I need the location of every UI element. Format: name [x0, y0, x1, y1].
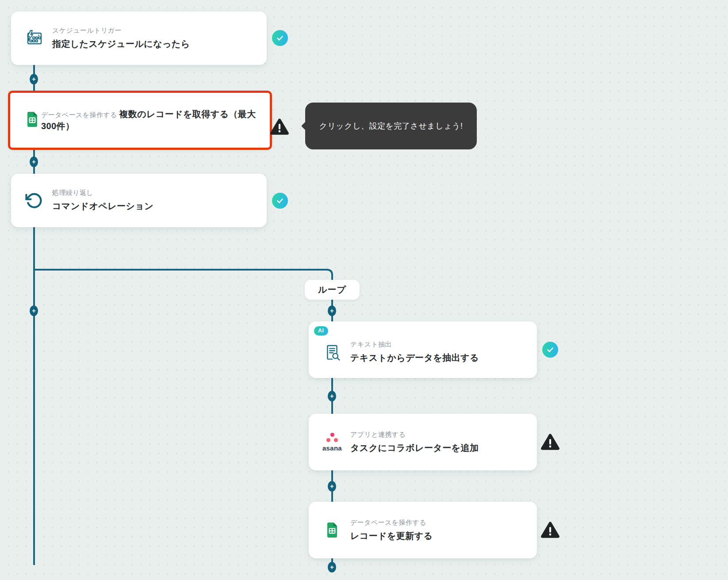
node-label: アプリと連携する: [350, 431, 479, 439]
node-title: コマンドオペレーション: [52, 200, 153, 212]
tooltip-text: クリックし、設定を完了させましょう!: [319, 121, 463, 131]
add-step-button[interactable]: +: [328, 305, 336, 316]
plus-icon: +: [330, 307, 334, 314]
node-label: テキスト抽出: [350, 340, 479, 349]
schedule-calendar-lightning-icon: [23, 30, 45, 47]
node-label: 処理繰り返し: [52, 189, 153, 197]
add-step-button[interactable]: +: [30, 305, 38, 316]
plus-icon: +: [32, 158, 36, 165]
add-step-button[interactable]: +: [328, 562, 336, 572]
node-label: データベースを操作する: [350, 519, 433, 527]
status-warning-icon: [270, 118, 289, 136]
node-title: レコードを更新する: [350, 530, 433, 542]
status-warning-icon: [540, 433, 560, 451]
plus-icon: +: [32, 76, 36, 82]
node-label: スケジュールトリガー: [52, 27, 190, 35]
ai-badge-text: AI: [318, 328, 324, 334]
connector-lines: [0, 0, 728, 580]
asana-icon: asana: [322, 433, 343, 452]
workflow-canvas[interactable]: スケジュールトリガー 指定したスケジュールになったら + データベースを操作する…: [0, 0, 728, 580]
plus-icon: +: [330, 393, 334, 399]
google-sheets-icon: [23, 111, 41, 130]
plus-icon: +: [330, 483, 334, 489]
google-sheets-icon: [322, 521, 343, 539]
repeat-icon: [23, 192, 45, 210]
node-card-get-records-highlighted[interactable]: データベースを操作する 複数のレコードを取得する（最大300件）: [8, 91, 272, 150]
plus-icon: +: [32, 307, 36, 314]
loop-branch-text: ループ: [318, 284, 346, 296]
add-step-button[interactable]: +: [328, 391, 336, 401]
node-card-asana-add-collaborator[interactable]: asana アプリと連携する タスクにコラボレーターを追加: [309, 414, 537, 470]
plus-icon: +: [330, 564, 334, 570]
add-step-button[interactable]: +: [30, 156, 38, 167]
tooltip-complete-settings: クリックし、設定を完了させましょう!: [305, 103, 477, 149]
node-card-extract-text[interactable]: AI テキスト抽出 テキストからデータを抽出する: [309, 321, 537, 378]
ai-badge: AI: [314, 326, 328, 336]
status-warning-icon: [540, 521, 560, 539]
loop-branch-label: ループ: [305, 280, 360, 300]
status-complete-check-icon: [272, 193, 288, 209]
status-complete-check-icon: [272, 30, 288, 46]
status-complete-check-icon: [542, 342, 558, 358]
node-title: タスクにコラボレーターを追加: [350, 442, 479, 454]
add-step-button[interactable]: +: [30, 74, 38, 84]
add-step-button[interactable]: +: [328, 481, 336, 492]
node-label: データベースを操作する: [41, 111, 117, 118]
node-card-command-operation[interactable]: 処理繰り返し コマンドオペレーション: [11, 174, 267, 227]
asana-dots-logo: [326, 433, 338, 443]
node-card-update-record[interactable]: データベースを操作する レコードを更新する: [309, 502, 537, 558]
asana-wordmark: asana: [322, 444, 342, 452]
document-search-icon: [322, 343, 343, 363]
node-title: 指定したスケジュールになったら: [52, 38, 190, 50]
node-card-schedule-trigger[interactable]: スケジュールトリガー 指定したスケジュールになったら: [11, 11, 267, 65]
node-title: テキストからデータを抽出する: [350, 352, 479, 364]
